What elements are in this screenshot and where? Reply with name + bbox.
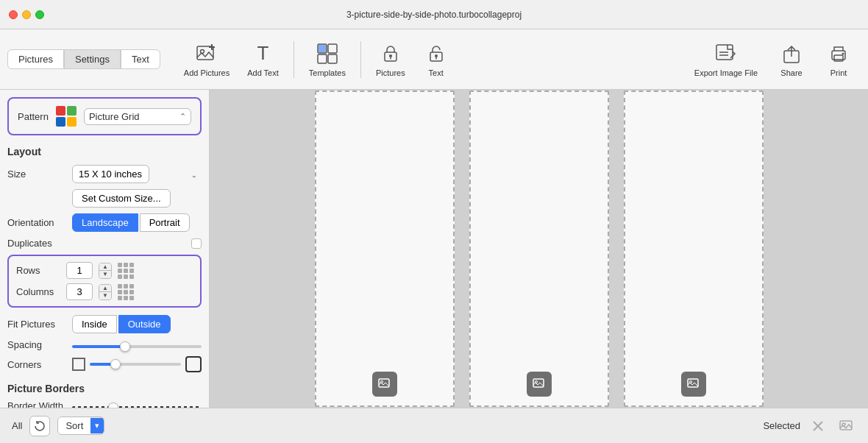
columns-row: Columns ▲ ▼ [16,283,193,300]
selected-image-button[interactable] [836,416,856,436]
chevron-down-icon: ⌃ [179,112,186,121]
svg-point-22 [842,52,844,54]
orientation-label: Orientation [7,217,66,228]
tab-text[interactable]: Text [121,49,160,69]
landscape-button[interactable]: Landscape [72,213,138,232]
sort-button[interactable]: Sort ▾ [57,417,104,435]
share-label: Share [780,68,802,77]
svg-rect-5 [328,44,337,53]
text-lock-icon [424,42,448,65]
selected-label: Selected [763,420,800,431]
pattern-label: Pattern [18,111,49,122]
spacing-slider-wrap [72,339,202,350]
print-button[interactable]: Print [817,38,861,82]
svg-rect-8 [319,45,326,52]
share-icon [780,42,803,65]
canvas-area [210,90,868,408]
export-button[interactable]: Export Image File [686,38,766,82]
toolbar-right: Export Image File Share P [686,38,861,82]
columns-label: Columns [16,286,60,297]
size-row: Size 15 X 10 inches [7,165,202,183]
photo-slot-2[interactable] [469,91,609,407]
columns-stepper: ▲ ▼ [99,284,112,300]
templates-icon [316,42,339,65]
rows-grid-icon[interactable] [118,263,134,279]
toolbar-divider-1 [294,41,294,78]
svg-point-10 [389,54,392,57]
traffic-lights [9,10,44,19]
corners-square-icon[interactable] [72,358,85,371]
fit-pictures-row: Fit Pictures Inside Outside [7,315,202,333]
rows-increment[interactable]: ▲ [99,263,111,271]
templates-button[interactable]: Templates [300,38,355,82]
all-label: All [12,420,22,431]
rows-stepper: ▲ ▼ [99,263,112,279]
tab-settings[interactable]: Settings [64,49,121,69]
bottom-bar: All Sort ▾ Selected [0,408,868,443]
rows-label: Rows [16,265,60,276]
minimize-button[interactable] [22,10,31,19]
main-content: Pattern Picture Grid ⌃ Layout Size 15 X … [0,90,868,408]
pattern-grid-icon [56,106,77,127]
sort-label: Sort [58,417,90,434]
fit-wrap: Inside Outside [72,315,171,333]
add-pictures-button[interactable]: Add Pictures [175,38,238,82]
text-lock-button[interactable]: Text [414,38,458,82]
inside-button[interactable]: Inside [72,315,117,333]
outside-button[interactable]: Outside [118,315,171,333]
templates-label: Templates [309,68,346,77]
photo-slot-1[interactable] [315,91,455,407]
size-select[interactable]: 15 X 10 inches [72,165,149,183]
duplicates-row: Duplicates [7,238,202,249]
pattern-select-text: Picture Grid [89,111,175,122]
duplicates-checkbox[interactable] [191,238,202,249]
corners-rounded-icon[interactable] [185,356,202,372]
delete-selected-button[interactable] [808,416,828,436]
rows-input[interactable] [66,262,93,279]
text-lock-label: Text [429,68,444,77]
close-button[interactable] [9,10,18,19]
tab-pictures[interactable]: Pictures [7,49,64,69]
columns-increment[interactable]: ▲ [99,285,111,292]
pattern-box: Pattern Picture Grid ⌃ [7,97,202,135]
columns-input[interactable] [66,283,93,300]
columns-grid-icon[interactable] [118,284,134,300]
portrait-button[interactable]: Portrait [140,213,190,232]
custom-size-row: Set Custom Size... [7,189,202,213]
sidebar: Pattern Picture Grid ⌃ Layout Size 15 X … [0,90,210,408]
maximize-button[interactable] [35,10,44,19]
svg-rect-7 [328,54,337,63]
fit-pictures-label: Fit Pictures [7,319,66,330]
spacing-slider[interactable] [72,345,202,348]
size-label: Size [7,169,66,180]
export-label: Export Image File [694,68,758,77]
photo-slot-icon-3 [681,372,706,397]
pictures-lock-button[interactable]: Pictures [367,38,414,82]
add-pictures-label: Add Pictures [184,68,230,77]
svg-rect-21 [834,55,843,61]
rows-columns-box: Rows ▲ ▼ Columns ▲ ▼ [7,255,202,308]
share-button[interactable]: Share [769,38,814,82]
refresh-button[interactable] [29,416,50,436]
svg-point-13 [435,54,438,57]
add-text-button[interactable]: T Add Text [238,38,288,82]
columns-decrement[interactable]: ▼ [99,292,111,300]
corners-wrap [72,356,202,372]
rows-decrement[interactable]: ▼ [99,271,111,278]
spacing-row: Spacing [7,339,202,350]
pattern-select[interactable]: Picture Grid ⌃ [84,108,191,125]
print-label: Print [830,68,847,77]
border-width-label: Border Width [7,400,66,408]
custom-size-button[interactable]: Set Custom Size... [72,189,171,208]
rows-row: Rows ▲ ▼ [16,262,193,279]
sort-chevron-icon: ▾ [90,418,104,433]
border-width-slider-wrap [72,400,202,408]
layout-section-title: Layout [7,146,202,157]
titlebar: 3-picture-side-by-side-photo.turbocollag… [0,0,868,29]
photo-slot-icon-1 [372,372,397,397]
toolbar: Pictures Settings Text Add Pictures T Ad… [0,29,868,90]
duplicates-label: Duplicates [7,238,191,249]
corners-label: Corners [7,359,66,370]
photo-slot-3[interactable] [624,91,764,407]
corners-slider[interactable] [90,363,181,366]
